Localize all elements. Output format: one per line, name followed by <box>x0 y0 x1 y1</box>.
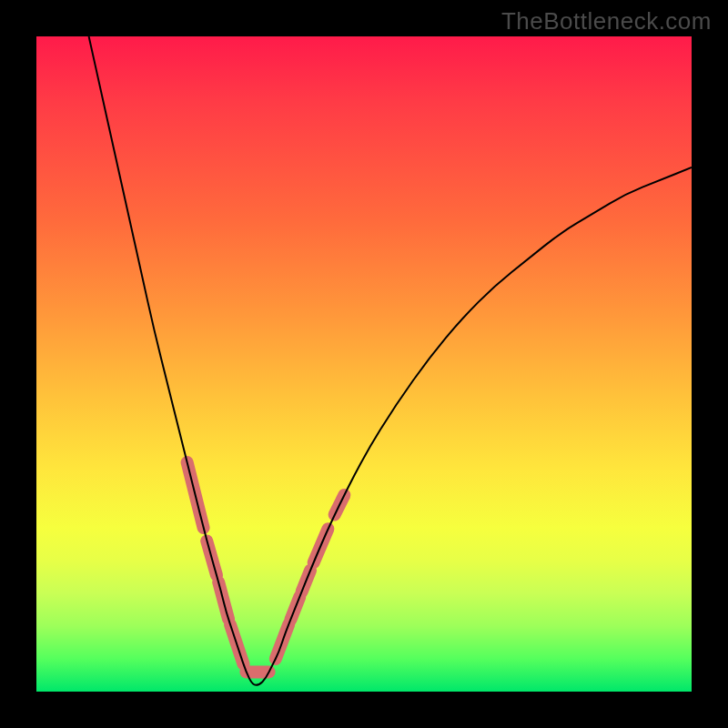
bottleneck-curve <box>89 36 692 685</box>
plot-area <box>36 36 692 692</box>
highlight-segments <box>187 462 345 672</box>
watermark-text: TheBottleneck.com <box>501 7 712 35</box>
outer-frame: TheBottleneck.com <box>0 0 728 728</box>
chart-overlay <box>36 36 692 692</box>
